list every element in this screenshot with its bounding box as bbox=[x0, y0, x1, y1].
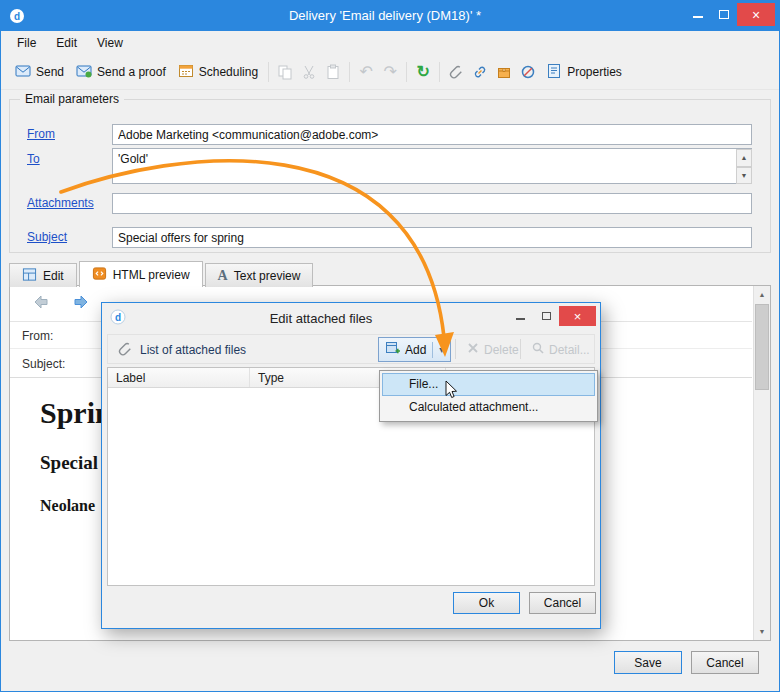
menu-view[interactable]: View bbox=[87, 33, 133, 53]
minimize-button[interactable] bbox=[685, 3, 711, 26]
link-button[interactable] bbox=[468, 61, 492, 83]
tab-text-preview[interactable]: Text preview bbox=[205, 263, 314, 287]
ok-button[interactable]: Ok bbox=[453, 592, 520, 614]
attachments-input[interactable] bbox=[112, 193, 752, 214]
delivery-window: d Delivery 'Email delivery (DM18)' * Fil… bbox=[0, 0, 780, 692]
preview-tabs: Edit HTML preview Text preview bbox=[9, 261, 315, 287]
forward-icon[interactable] bbox=[68, 294, 90, 313]
to-input[interactable]: 'Gold' bbox=[112, 148, 752, 184]
toolbar-separator bbox=[268, 62, 269, 82]
tab-edit-label: Edit bbox=[43, 269, 64, 283]
minimize-icon bbox=[693, 16, 703, 18]
add-label: Add bbox=[405, 343, 426, 357]
preview-brand-text: Neolane bbox=[40, 497, 95, 515]
send-icon bbox=[15, 63, 31, 82]
scrollbar-thumb[interactable] bbox=[755, 304, 769, 390]
attached-files-icon bbox=[117, 341, 133, 360]
delete-icon bbox=[466, 341, 480, 358]
refresh-button[interactable] bbox=[411, 61, 435, 83]
dialog-app-icon: d bbox=[110, 309, 126, 325]
menu-item-file[interactable]: File... bbox=[382, 373, 595, 396]
cut-button bbox=[297, 61, 321, 83]
add-button[interactable]: Add bbox=[378, 337, 451, 362]
titlebar: d Delivery 'Email delivery (DM18)' * bbox=[1, 1, 779, 31]
subject-link[interactable]: Subject bbox=[27, 230, 67, 244]
tab-edit[interactable]: Edit bbox=[9, 263, 77, 287]
properties-label: Properties bbox=[567, 65, 622, 79]
main-toolbar: Send Send a proof Scheduling Properties bbox=[1, 55, 779, 90]
dialog-cancel-button[interactable]: Cancel bbox=[529, 592, 596, 614]
edit-attached-files-dialog: d Edit attached files List of attached f… bbox=[101, 302, 601, 629]
group-legend: Email parameters bbox=[20, 92, 124, 106]
dialog-minimize-button[interactable] bbox=[507, 306, 533, 326]
toolbar-separator bbox=[349, 62, 350, 82]
tab-html-preview-label: HTML preview bbox=[113, 268, 190, 282]
preview-scrollbar[interactable] bbox=[753, 286, 770, 640]
scrollbar-down-icon[interactable] bbox=[754, 623, 770, 640]
undo-button bbox=[354, 61, 378, 83]
add-dropdown-icon[interactable] bbox=[439, 344, 444, 355]
copy-button bbox=[273, 61, 297, 83]
add-icon bbox=[385, 340, 401, 359]
maximize-button[interactable] bbox=[711, 3, 737, 26]
preview-subheading: Special bbox=[40, 452, 98, 474]
minimize-icon bbox=[516, 318, 525, 320]
maximize-icon bbox=[719, 10, 729, 19]
package-button[interactable] bbox=[492, 61, 516, 83]
toolbar-separator bbox=[455, 339, 456, 359]
delete-label: Delete bbox=[484, 343, 519, 357]
scroll-down-icon[interactable] bbox=[736, 167, 752, 185]
close-button[interactable] bbox=[737, 3, 775, 26]
text-preview-tab-icon bbox=[218, 268, 228, 284]
dialog-toolbar: List of attached files Add Delete Detail… bbox=[107, 334, 595, 364]
app-icon: d bbox=[9, 8, 25, 24]
slash-circle-button[interactable] bbox=[516, 61, 540, 83]
menu-file[interactable]: File bbox=[7, 33, 46, 53]
maximize-icon bbox=[542, 312, 551, 320]
toolbar-separator bbox=[520, 339, 521, 359]
toolbar-separator bbox=[439, 62, 440, 82]
scheduling-button[interactable]: Scheduling bbox=[172, 60, 264, 85]
html-preview-tab-icon bbox=[92, 266, 107, 284]
properties-icon bbox=[546, 63, 562, 82]
back-icon bbox=[32, 294, 54, 313]
dialog-close-button[interactable] bbox=[559, 306, 596, 326]
from-link[interactable]: From bbox=[27, 127, 55, 141]
menu-bar: File Edit View bbox=[1, 31, 779, 55]
properties-button[interactable]: Properties bbox=[540, 60, 628, 85]
scrollbar-up-icon[interactable] bbox=[754, 286, 770, 303]
svg-text:d: d bbox=[115, 312, 121, 323]
window-title: Delivery 'Email delivery (DM18)' * bbox=[101, 8, 669, 23]
send-proof-icon bbox=[76, 63, 92, 82]
save-button[interactable]: Save bbox=[614, 651, 682, 674]
attachments-link[interactable]: Attachments bbox=[27, 196, 94, 210]
menu-item-calculated-attachment[interactable]: Calculated attachment... bbox=[382, 396, 595, 419]
subject-input[interactable] bbox=[112, 227, 752, 248]
detail-icon bbox=[531, 341, 545, 358]
scheduling-label: Scheduling bbox=[199, 65, 258, 79]
svg-text:d: d bbox=[14, 11, 20, 22]
list-of-attached-files-label: List of attached files bbox=[140, 343, 246, 357]
send-proof-label: Send a proof bbox=[97, 65, 166, 79]
to-link[interactable]: To bbox=[27, 152, 40, 166]
tab-html-preview[interactable]: HTML preview bbox=[79, 261, 203, 287]
add-split-divider bbox=[432, 342, 433, 358]
send-proof-button[interactable]: Send a proof bbox=[70, 60, 172, 85]
send-button[interactable]: Send bbox=[9, 60, 70, 85]
detail-label: Detail... bbox=[549, 343, 590, 357]
column-label[interactable]: Label bbox=[108, 368, 250, 387]
from-input[interactable] bbox=[112, 124, 752, 145]
menu-edit[interactable]: Edit bbox=[46, 33, 87, 53]
preview-subject-label: Subject: bbox=[22, 357, 65, 371]
attachment-button[interactable] bbox=[444, 61, 468, 83]
add-dropdown-menu: File... Calculated attachment... bbox=[379, 370, 598, 422]
preview-from-label: From: bbox=[22, 329, 53, 343]
window-cancel-button[interactable]: Cancel bbox=[691, 651, 759, 674]
tab-text-preview-label: Text preview bbox=[234, 269, 301, 283]
edit-tab-icon bbox=[22, 267, 37, 285]
send-label: Send bbox=[36, 65, 64, 79]
dialog-maximize-button[interactable] bbox=[533, 306, 559, 326]
detail-button: Detail... bbox=[525, 337, 596, 362]
toolbar-separator bbox=[406, 62, 407, 82]
scroll-up-icon[interactable] bbox=[736, 149, 752, 167]
